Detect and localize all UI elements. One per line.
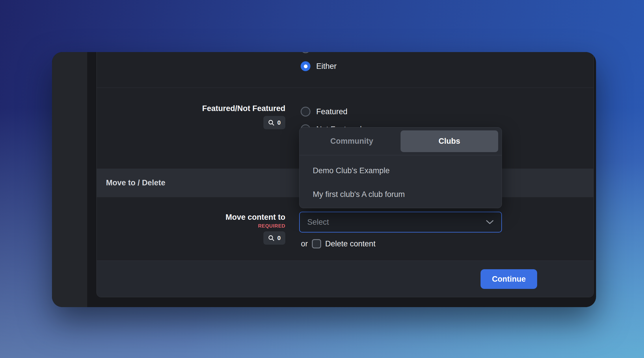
dropdown-item-my-first-club[interactable]: My first club's A club forum [299,182,502,206]
continue-button[interactable]: Continue [481,269,537,289]
delete-content-label[interactable]: Delete content [325,239,375,248]
radio-featured-label[interactable]: Featured [316,107,347,116]
tab-clubs[interactable]: Clubs [401,130,498,152]
dropdown-tabs: Community Clubs [303,130,498,152]
select-dropdown-popup: Community Clubs Demo Club's Example My f… [299,127,502,208]
radio-option-featured[interactable]: Featured [301,105,347,118]
delete-content-checkbox[interactable] [312,239,321,248]
clipped-radio-option[interactable] [301,52,310,53]
radio-either-label[interactable]: Either [316,62,337,71]
dropdown-item-demo-club[interactable]: Demo Club's Example [299,159,502,182]
or-label: or [301,239,308,248]
radio-either-selected[interactable] [301,61,310,71]
top-radio-section: Either [97,52,593,88]
modal-footer: Continue [97,261,593,297]
tab-community[interactable]: Community [303,130,401,152]
move-section-header-title: Move to / Delete [106,178,165,187]
move-content-select[interactable]: Select [299,212,502,232]
featured-search-badge: 0 [263,116,285,129]
select-placeholder: Select [307,218,329,227]
radio-featured[interactable] [301,107,310,117]
chevron-down-icon [486,219,494,225]
dropdown-item-list: Demo Club's Example My first club's A cl… [299,155,502,206]
move-search-badge: 0 [263,231,285,245]
featured-search-count: 0 [277,119,281,126]
search-icon [268,235,275,241]
modal-content-panel: Either Featured/Not Featured 0 Featured … [96,52,594,297]
search-icon [268,119,275,126]
move-content-label: Move content to [226,213,285,222]
move-search-count: 0 [277,235,281,241]
required-badge: REQUIRED [258,223,285,229]
settings-modal: Either Featured/Not Featured 0 Featured … [52,52,596,307]
radio-option-either[interactable]: Either [301,60,337,73]
featured-section-label: Featured/Not Featured [202,104,285,113]
modal-left-sidebar [52,52,87,307]
delete-content-row: or Delete content [301,239,375,249]
